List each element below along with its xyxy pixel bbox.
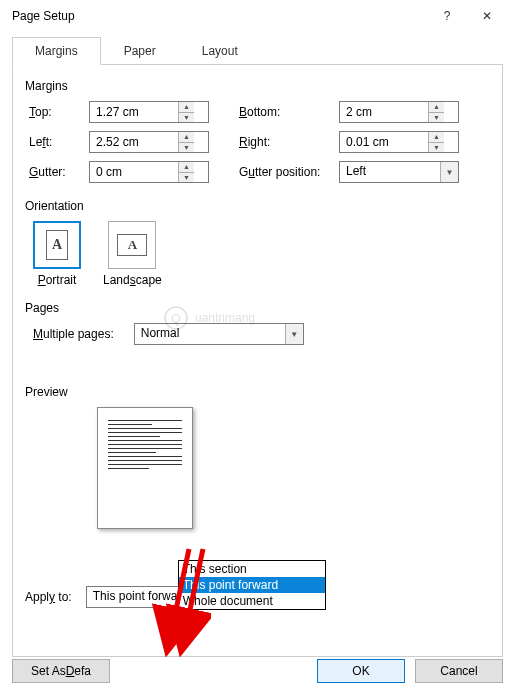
gutter-input[interactable]: ▲▼ <box>89 161 209 183</box>
cancel-button[interactable]: Cancel <box>415 659 503 683</box>
tab-layout[interactable]: Layout <box>179 37 261 65</box>
left-input[interactable]: ▲▼ <box>89 131 209 153</box>
close-button[interactable]: ✕ <box>467 2 507 30</box>
portrait-icon: A <box>46 230 68 260</box>
help-button[interactable]: ? <box>427 2 467 30</box>
orientation-portrait[interactable]: A Portrait <box>33 221 81 287</box>
right-input[interactable]: ▲▼ <box>339 131 459 153</box>
bottom-input[interactable]: ▲▼ <box>339 101 459 123</box>
right-label: Right: <box>239 135 339 149</box>
tab-paper[interactable]: Paper <box>101 37 179 65</box>
left-label: Left: <box>29 135 89 149</box>
orientation-landscape[interactable]: A Landscape <box>103 221 162 287</box>
pages-row: Multiple pages: Normal▼ <box>33 323 490 345</box>
orientation-row: A Portrait A Landscape <box>33 221 490 287</box>
tab-margins[interactable]: Margins <box>12 37 101 65</box>
margins-panel: Margins Top: ▲▼ Bottom: ▲▼ Left: ▲▼ Righ… <box>12 65 503 657</box>
chevron-down-icon: ▼ <box>440 162 458 182</box>
top-input[interactable]: ▲▼ <box>89 101 209 123</box>
dialog-content: Margins Paper Layout Margins Top: ▲▼ Bot… <box>0 32 515 657</box>
ok-button[interactable]: OK <box>317 659 405 683</box>
multiple-pages-combo[interactable]: Normal▼ <box>134 323 304 345</box>
preview-page-icon <box>97 407 193 529</box>
apply-to-option-whole-document[interactable]: Whole document <box>179 593 325 609</box>
landscape-icon: A <box>117 234 147 256</box>
preview-section-label: Preview <box>25 385 490 399</box>
tab-strip: Margins Paper Layout <box>12 36 503 65</box>
margins-grid: Top: ▲▼ Bottom: ▲▼ Left: ▲▼ Right: ▲▼ Gu… <box>29 101 490 183</box>
dialog-footer: Set As Defa OK Cancel <box>0 649 515 693</box>
multiple-pages-label: Multiple pages: <box>33 327 114 341</box>
orientation-section-label: Orientation <box>25 199 490 213</box>
gutter-label: Gutter: <box>29 165 89 179</box>
apply-to-option-this-section[interactable]: This section <box>179 561 325 577</box>
bottom-label: Bottom: <box>239 105 339 119</box>
pages-section-label: Pages <box>25 301 490 315</box>
titlebar: Page Setup ? ✕ <box>0 0 515 32</box>
set-as-default-button[interactable]: Set As Defa <box>12 659 110 683</box>
chevron-down-icon: ▼ <box>285 324 303 344</box>
spin-down-icon: ▼ <box>179 113 194 123</box>
apply-to-row: Apply to: This point forward▼ This secti… <box>25 586 234 608</box>
apply-to-label: Apply to: <box>25 590 72 604</box>
top-label: Top: <box>29 105 89 119</box>
gutter-position-label: Gutter position: <box>239 165 339 179</box>
gutter-position-combo[interactable]: Left▼ <box>339 161 459 183</box>
apply-to-option-this-point-forward[interactable]: This point forward <box>179 577 325 593</box>
window-title: Page Setup <box>12 9 427 23</box>
margins-section-label: Margins <box>25 79 490 93</box>
apply-to-dropdown: This section This point forward Whole do… <box>178 560 326 610</box>
spin-up-icon: ▲ <box>179 102 194 113</box>
